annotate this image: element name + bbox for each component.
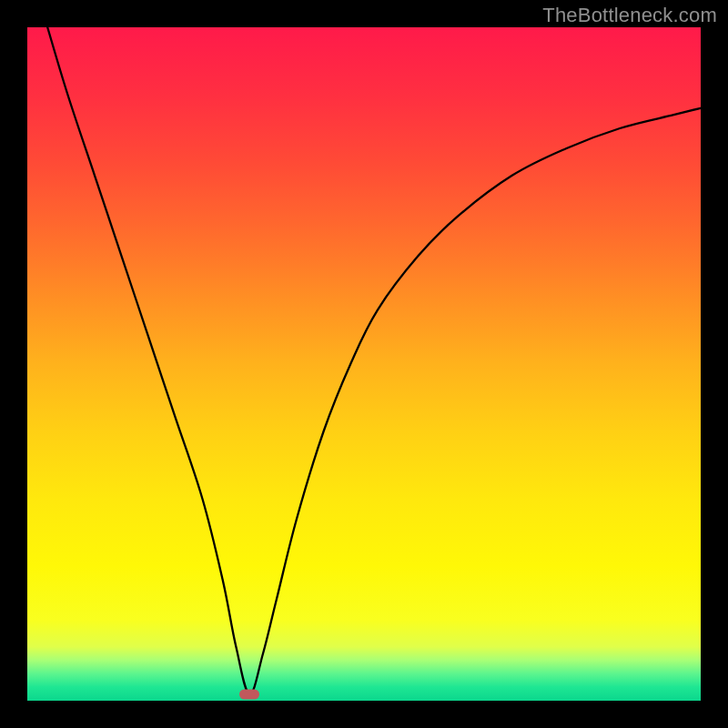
plot-area [27, 27, 701, 701]
watermark-text: TheBottleneck.com [542, 4, 717, 27]
chart-frame: TheBottleneck.com [0, 0, 728, 728]
bottleneck-curve-path [47, 27, 701, 694]
optimal-point-marker [239, 689, 259, 699]
curve-svg [27, 27, 701, 701]
